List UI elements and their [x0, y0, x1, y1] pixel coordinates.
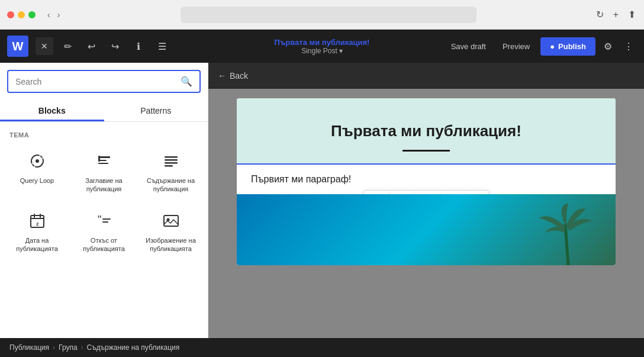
breadcrumb-content[interactable]: Съдържание на публикация [87, 343, 180, 352]
settings-button[interactable]: ⚙ [600, 37, 616, 56]
back-nav-button[interactable]: ‹ [45, 9, 53, 21]
forward-nav-button[interactable]: › [55, 9, 63, 21]
publish-label: Publish [558, 42, 586, 51]
minimize-traffic-light[interactable] [18, 11, 25, 18]
block-item-post-excerpt[interactable]: " Откъс от публикацията [72, 203, 136, 260]
breadcrumb-sep-2: › [81, 343, 83, 352]
section-label: ТЕМА [0, 122, 208, 143]
svg-rect-3 [98, 163, 108, 164]
post-date-icon: 2 [27, 210, 48, 231]
wp-toolbar: W ✕ ✏ ↩ ↪ ℹ ☰ Първата ми публикация! Sin… [0, 30, 644, 63]
preview-button[interactable]: Preview [497, 38, 536, 54]
svg-rect-8 [165, 165, 173, 167]
address-bar[interactable] [181, 7, 476, 23]
titlebar: ‹ › ↻ + ⬆ [0, 0, 644, 30]
post-image-icon [160, 210, 182, 231]
main-area: 🔍 Blocks Patterns ТЕМА Query Loop [0, 63, 644, 338]
block-label-post-title: Заглавие на публикация [76, 176, 131, 194]
close-traffic-light[interactable] [7, 11, 14, 18]
post-excerpt-icon: " [94, 210, 115, 231]
block-item-post-content[interactable]: Съдържание на публикация [139, 143, 203, 201]
svg-rect-4 [98, 156, 100, 162]
block-item-post-title[interactable]: Заглавие на публикация [72, 143, 136, 201]
breadcrumb-group[interactable]: Група [59, 343, 78, 352]
tab-patterns[interactable]: Patterns [104, 100, 208, 121]
wp-logo: W [7, 36, 28, 57]
edit-icon-button[interactable]: ✏ [58, 37, 77, 56]
back-arrow-icon: ← [218, 71, 226, 81]
toolbar-center: Първата ми публикация! Single Post ▾ [275, 38, 370, 55]
breadcrumb-sep-1: › [53, 343, 55, 352]
redo-button[interactable]: ↪ [105, 37, 124, 56]
paragraph-text: Първият ми параграф! [251, 174, 351, 184]
block-label-post-date: Дата на публикацията [9, 236, 65, 253]
svg-text:2: 2 [36, 221, 39, 227]
svg-rect-5 [165, 156, 178, 158]
new-tab-button[interactable]: + [612, 8, 620, 21]
svg-rect-7 [165, 162, 178, 164]
block-item-post-image[interactable]: Изображение на публикацията [139, 203, 203, 260]
post-canvas: Първата ми публикация! [237, 98, 616, 265]
query-loop-icon [27, 150, 48, 172]
block-item-post-date[interactable]: 2 Дата на публикацията [5, 203, 69, 260]
back-label: Back [230, 71, 248, 81]
publish-dot-icon: ● [550, 42, 555, 51]
svg-rect-17 [164, 216, 178, 226]
block-label-post-excerpt: Откъс от публикацията [76, 236, 131, 253]
svg-text:": " [98, 214, 101, 226]
editor-area: ← Back Първата ми публикация! [208, 63, 644, 338]
wp-logo-icon: W [12, 40, 24, 53]
status-bar: Публикация › Група › Съдържание на публи… [0, 338, 644, 357]
list-view-button[interactable]: ☰ [153, 37, 172, 56]
search-box[interactable]: 🔍 [7, 70, 201, 93]
reload-button[interactable]: ↻ [595, 8, 605, 21]
blocks-grid: Query Loop Заглавие на публикация [0, 143, 208, 260]
tab-blocks[interactable]: Blocks [0, 100, 104, 121]
more-options-button[interactable]: ⋮ [620, 37, 637, 56]
block-label-post-content: Съдържание на публикация [143, 176, 198, 194]
block-label-query-loop: Query Loop [20, 176, 54, 185]
block-label-post-image: Изображение на публикацията [143, 236, 198, 253]
post-divider [402, 150, 450, 152]
svg-rect-15 [102, 218, 111, 220]
traffic-lights [7, 11, 36, 18]
info-button[interactable]: ℹ [129, 37, 148, 56]
toolbar-subtitle: Single Post ▾ [275, 47, 370, 55]
back-button[interactable]: ← Back [218, 71, 248, 81]
sidebar: 🔍 Blocks Patterns ТЕМА Query Loop [0, 63, 208, 338]
sidebar-tabs: Blocks Patterns [0, 100, 208, 122]
fullscreen-traffic-light[interactable] [28, 11, 36, 18]
post-title[interactable]: Първата ми публикация! [272, 122, 580, 140]
publish-button[interactable]: ● Publish [540, 37, 595, 56]
post-header: Първата ми публикация! [237, 98, 616, 163]
undo-button[interactable]: ↩ [82, 37, 101, 56]
search-input[interactable] [15, 77, 176, 86]
post-image-block [237, 194, 616, 265]
svg-point-0 [36, 159, 39, 163]
post-title-icon [94, 150, 115, 172]
toolbar-right: Save draft Preview ● Publish ⚙ ⋮ [445, 37, 637, 56]
toolbar-title[interactable]: Първата ми публикация! [275, 38, 370, 47]
block-item-query-loop[interactable]: Query Loop [5, 143, 69, 201]
post-content-icon [160, 150, 182, 172]
share-button[interactable]: ⬆ [627, 8, 637, 21]
nav-arrows: ‹ › [45, 9, 62, 21]
svg-rect-16 [102, 221, 108, 223]
palm-tree-svg [533, 200, 604, 265]
search-icon: 🔍 [181, 76, 192, 87]
editor-content: Първата ми публикация! [208, 89, 644, 338]
breadcrumb-publication[interactable]: Публикация [9, 343, 49, 352]
back-bar: ← Back [208, 63, 644, 89]
toolbar-subtitle-text: Single Post [301, 47, 337, 55]
close-panel-button[interactable]: ✕ [36, 37, 53, 55]
save-draft-button[interactable]: Save draft [445, 38, 492, 54]
svg-rect-6 [165, 159, 178, 161]
chevron-down-icon: ▾ [339, 47, 343, 55]
